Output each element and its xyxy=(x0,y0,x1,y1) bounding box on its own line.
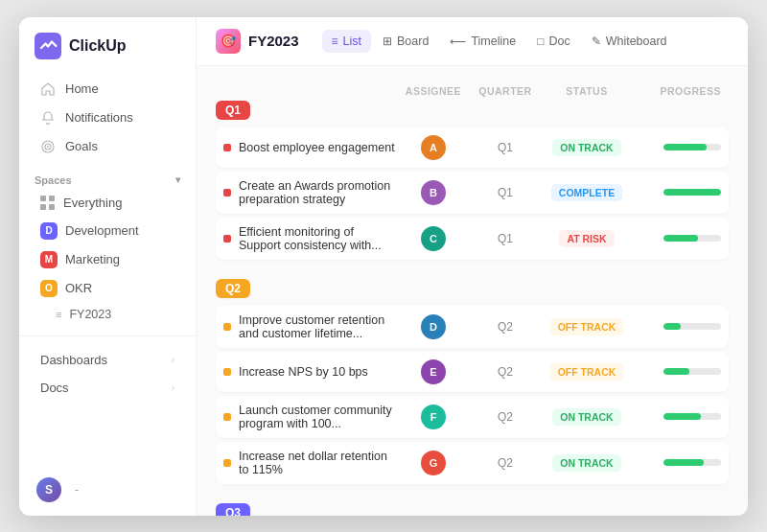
home-icon xyxy=(40,81,56,97)
quarter-section-Q2: Q2Improve customer retention and custome… xyxy=(216,279,729,484)
task-label: Efficient monitoring of Support consiste… xyxy=(239,225,395,252)
row-quarter-cell: Q2 xyxy=(472,410,539,424)
topbar-nav: ≡ List ⊞ Board ⟵ Timeline □ Doc ✎ Whit xyxy=(322,30,677,53)
row-task-cell: Increase net dollar retention to 115% xyxy=(223,450,395,476)
tab-timeline-label: Timeline xyxy=(471,35,516,48)
sidebar-item-everything[interactable]: Everything xyxy=(25,190,190,217)
row-quarter-cell: Q1 xyxy=(472,186,539,199)
row-quarter-cell: Q2 xyxy=(472,365,539,379)
col-status: STATUS xyxy=(539,85,635,97)
row-progress-cell xyxy=(635,144,721,150)
quarter-badge-Q3: Q3 xyxy=(216,503,250,516)
sidebar-item-goals[interactable]: Goals xyxy=(25,132,190,161)
col-quarter: QUARTER xyxy=(472,85,539,97)
task-label: Increase NPS by 10 bps xyxy=(239,365,368,379)
row-task-cell: Improve customer retention and customer … xyxy=(223,313,395,340)
target-icon xyxy=(40,139,56,154)
doc-icon: □ xyxy=(537,35,544,48)
sidebar-goals-label: Goals xyxy=(65,139,98,153)
table-header: ASSIGNEE QUARTER STATUS PROGRESS xyxy=(216,81,729,101)
progress-bar-fill xyxy=(663,459,704,466)
row-progress-cell xyxy=(635,368,721,375)
tab-board[interactable]: ⊞ Board xyxy=(373,30,438,53)
sidebar-subitem-fy2023[interactable]: ≡ FY2023 xyxy=(19,303,196,326)
row-assignee-cell: F xyxy=(395,405,472,429)
progress-bar-wrap xyxy=(663,368,721,375)
svg-point-3 xyxy=(47,146,49,148)
sidebar-home-label: Home xyxy=(65,81,99,96)
quarter-badge-Q1: Q1 xyxy=(216,101,250,120)
bell-icon xyxy=(40,110,56,126)
dev-dot: D xyxy=(40,222,58,240)
quarter-header-Q1: Q1 xyxy=(216,101,729,120)
sidebar-item-home[interactable]: Home xyxy=(25,75,190,104)
sidebar-item-docs[interactable]: Docs › xyxy=(25,374,190,402)
table-row[interactable]: Launch customer community program with 1… xyxy=(216,396,729,438)
status-badge: COMPLETE xyxy=(551,184,622,201)
lines-icon: ≡ xyxy=(56,309,61,320)
avatar: D xyxy=(421,314,446,339)
col-assignee: ASSIGNEE xyxy=(395,85,472,97)
table-row[interactable]: Create an Awards promotion preparation s… xyxy=(216,172,729,214)
sidebar-item-okr[interactable]: O OKR xyxy=(25,274,190,303)
task-dot xyxy=(223,189,231,197)
progress-bar-wrap xyxy=(663,235,721,242)
progress-bar-wrap xyxy=(663,189,721,196)
sidebar-docs-label: Docs xyxy=(40,381,69,395)
row-progress-cell xyxy=(635,189,721,196)
sidebar: ClickUp Home Notifications Goals Spaces … xyxy=(19,17,197,516)
tab-doc[interactable]: □ Doc xyxy=(527,30,579,53)
status-badge: OFF TRACK xyxy=(550,363,624,381)
progress-bar-fill xyxy=(663,323,681,330)
table-row[interactable]: Increase net dollar retention to 115%GQ2… xyxy=(216,442,729,484)
sidebar-item-development[interactable]: D Development xyxy=(25,217,190,245)
row-status-cell: AT RISK xyxy=(539,230,635,247)
task-label: Improve customer retention and customer … xyxy=(239,313,395,340)
sidebar-okr-label: OKR xyxy=(65,281,92,295)
clickup-logo-icon xyxy=(35,33,61,59)
progress-bar-fill xyxy=(663,235,698,242)
sidebar-item-marketing[interactable]: M Marketing xyxy=(25,245,190,274)
task-dot xyxy=(223,323,231,331)
table-row[interactable]: Efficient monitoring of Support consiste… xyxy=(216,218,729,260)
task-label: Boost employee engagement xyxy=(239,141,395,154)
task-dot xyxy=(223,368,231,376)
quarter-section-Q3: Q3Reduce the number of Customer-Reported… xyxy=(216,503,729,516)
tab-list[interactable]: ≡ List xyxy=(322,30,371,53)
quarter-section-Q1: Q1Boost employee engagementAQ1ON TRACKCr… xyxy=(216,101,729,260)
table-area[interactable]: ASSIGNEE QUARTER STATUS PROGRESS Q1Boost… xyxy=(197,66,748,516)
list-icon: ≡ xyxy=(332,35,338,48)
progress-bar-fill xyxy=(663,368,689,375)
progress-bar-fill xyxy=(663,413,701,420)
sidebar-marketing-label: Marketing xyxy=(65,252,120,266)
row-progress-cell xyxy=(635,413,721,420)
table-row[interactable]: Increase NPS by 10 bpsEQ2OFF TRACK xyxy=(216,352,729,392)
chevron-down-icon: ▾ xyxy=(175,174,180,185)
mkt-dot: M xyxy=(40,251,58,268)
row-quarter-cell: Q1 xyxy=(472,232,539,245)
progress-bar-wrap xyxy=(663,144,721,150)
sidebar-notifications-label: Notifications xyxy=(65,110,133,125)
task-dot xyxy=(223,459,231,467)
table-row[interactable]: Improve customer retention and customer … xyxy=(216,306,729,348)
sidebar-footer: S - xyxy=(19,475,196,504)
col-task xyxy=(223,85,395,97)
tab-timeline[interactable]: ⟵ Timeline xyxy=(440,30,525,53)
row-progress-cell xyxy=(635,323,721,330)
tab-whiteboard-label: Whiteboard xyxy=(606,35,667,48)
okr-dot: O xyxy=(40,280,58,297)
task-label: Create an Awards promotion preparation s… xyxy=(239,179,395,206)
row-progress-cell xyxy=(635,459,721,466)
table-row[interactable]: Boost employee engagementAQ1ON TRACK xyxy=(216,127,729,168)
task-dot xyxy=(223,235,231,243)
tab-whiteboard[interactable]: ✎ Whiteboard xyxy=(582,30,677,53)
avatar: A xyxy=(421,135,446,160)
whiteboard-icon: ✎ xyxy=(592,35,601,48)
sidebar-item-notifications[interactable]: Notifications xyxy=(25,104,190,132)
avatar: E xyxy=(421,359,446,384)
row-status-cell: ON TRACK xyxy=(539,139,635,156)
progress-bar-wrap xyxy=(663,459,721,466)
row-status-cell: COMPLETE xyxy=(539,184,635,201)
sidebar-item-dashboards[interactable]: Dashboards › xyxy=(25,346,190,374)
topbar-title-text: FY2023 xyxy=(248,33,299,49)
